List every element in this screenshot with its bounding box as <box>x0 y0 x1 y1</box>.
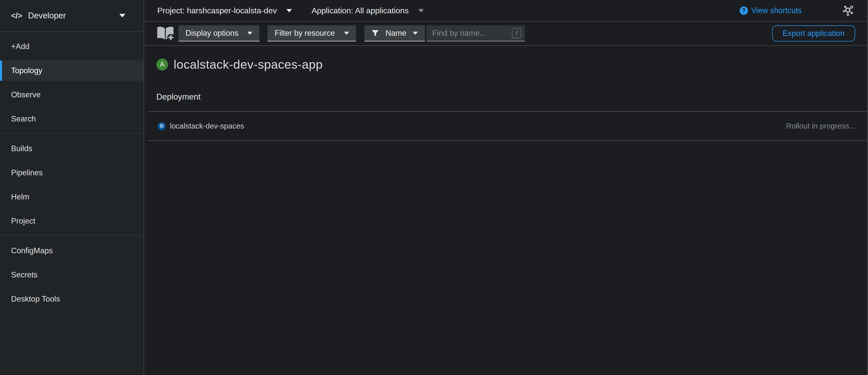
sidebar-item-builds[interactable]: Builds <box>0 139 144 159</box>
main-area: Project: harshcasper-localsta-dev Applic… <box>144 0 868 375</box>
resource-kind-heading: Deployment <box>156 92 867 102</box>
sidebar-item-label: Desktop Tools <box>11 295 60 304</box>
sidebar-item-label: +Add <box>11 42 29 51</box>
sidebar-item-label: Secrets <box>11 270 37 279</box>
chevron-down-icon <box>247 32 252 35</box>
chevron-down-icon <box>413 32 418 35</box>
sidebar-item-label: Observe <box>11 90 40 99</box>
sidebar-divider <box>0 133 144 134</box>
application-group-header: A localstack-dev-spaces-app <box>144 46 867 71</box>
view-shortcuts-label: View shortcuts <box>751 6 802 15</box>
name-filter-dropdown[interactable]: Name <box>364 25 425 41</box>
sidebar-nav: +Add Topology Observe Search Builds Pipe… <box>0 32 144 313</box>
sidebar: </> Developer +Add Topology Observe Sear… <box>0 0 144 375</box>
sidebar-item-secrets[interactable]: Secrets <box>0 265 144 285</box>
resource-name: localstack-dev-spaces <box>170 122 244 130</box>
sidebar-item-label: Topology <box>11 66 42 75</box>
context-bar: Project: harshcasper-localsta-dev Applic… <box>144 0 867 22</box>
chevron-down-icon <box>344 32 349 35</box>
sidebar-item-configmaps[interactable]: ConfigMaps <box>0 241 144 261</box>
sidebar-item-add[interactable]: +Add <box>0 36 144 57</box>
perspective-label: Developer <box>28 11 66 21</box>
sidebar-item-helm[interactable]: Helm <box>0 187 144 207</box>
question-circle-icon: ? <box>740 6 748 15</box>
sidebar-item-topology[interactable]: Topology <box>0 61 144 81</box>
topology-list-view: A localstack-dev-spaces-app Deployment D… <box>144 46 867 375</box>
sidebar-item-label: Pipelines <box>11 168 43 177</box>
chevron-down-icon <box>418 9 424 12</box>
filter-funnel-icon <box>371 29 379 37</box>
project-switcher[interactable]: Project: harshcasper-localsta-dev <box>157 6 292 15</box>
topology-view-icon[interactable] <box>842 4 854 16</box>
application-switcher-label: Application: All applications <box>312 6 409 15</box>
filter-by-resource-dropdown[interactable]: Filter by resource <box>268 25 356 41</box>
project-switcher-label: Project: harshcasper-localsta-dev <box>157 6 277 15</box>
sidebar-item-project[interactable]: Project <box>0 211 144 231</box>
find-by-name-field: / <box>427 25 525 41</box>
slash-shortcut-key: / <box>512 28 521 38</box>
sidebar-item-label: Search <box>11 114 36 124</box>
sidebar-item-label: Builds <box>11 144 32 153</box>
application-badge: A <box>156 59 168 70</box>
chevron-down-icon <box>119 14 125 18</box>
sidebar-item-pipelines[interactable]: Pipelines <box>0 163 144 183</box>
export-application-button[interactable]: Export application <box>772 25 855 41</box>
sidebar-item-label: Project <box>11 216 35 226</box>
deployment-badge: D <box>158 122 165 130</box>
display-options-label: Display options <box>185 29 238 38</box>
resource-list: D localstack-dev-spaces Rollout in progr… <box>144 111 867 141</box>
sidebar-divider <box>0 235 144 236</box>
sidebar-item-desktop-tools[interactable]: Desktop Tools <box>0 289 144 309</box>
context-bar-right: ? View shortcuts <box>740 4 854 16</box>
catalog-book-plus-icon[interactable] <box>156 26 175 41</box>
application-switcher[interactable]: Application: All applications <box>312 6 424 15</box>
chevron-down-icon <box>286 9 292 12</box>
perspective-switcher[interactable]: </> Developer <box>0 0 144 32</box>
display-options-dropdown[interactable]: Display options <box>179 25 259 41</box>
resource-status: Rollout in progress... <box>786 122 856 130</box>
console-page: </> Developer +Add Topology Observe Sear… <box>0 0 868 375</box>
sidebar-item-observe[interactable]: Observe <box>0 85 144 105</box>
filter-by-resource-label: Filter by resource <box>275 29 335 38</box>
topology-toolbar: Display options Filter by resource Name … <box>144 22 867 46</box>
sidebar-item-label: ConfigMaps <box>11 246 53 255</box>
view-shortcuts-link[interactable]: ? View shortcuts <box>740 6 802 15</box>
sidebar-item-label: Helm <box>11 193 29 201</box>
code-icon: </> <box>11 11 22 21</box>
application-group-title: localstack-dev-spaces-app <box>174 57 323 71</box>
resource-row-deployment[interactable]: D localstack-dev-spaces Rollout in progr… <box>148 111 867 141</box>
find-by-name-input[interactable] <box>432 29 510 38</box>
name-filter-label: Name <box>385 29 406 38</box>
sidebar-item-search[interactable]: Search <box>0 109 144 129</box>
